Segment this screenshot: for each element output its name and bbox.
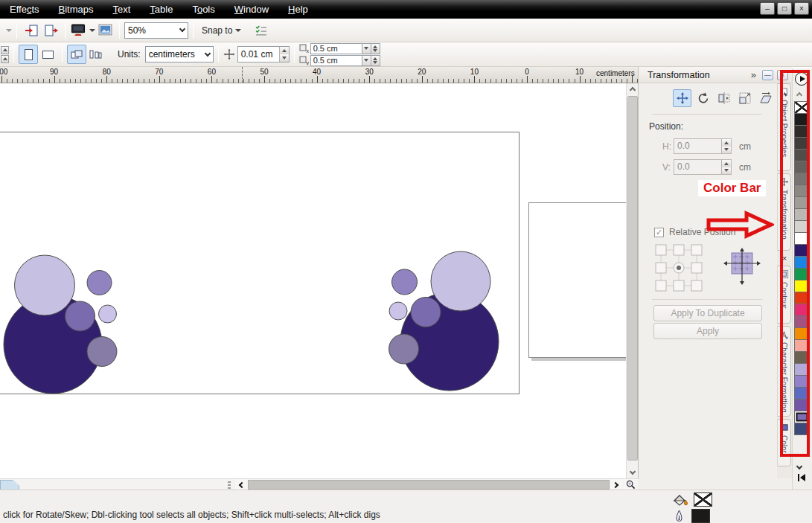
- menu-item-help[interactable]: Help: [278, 1, 318, 17]
- h-position-spinner[interactable]: [721, 139, 731, 153]
- menu-item-bitmaps[interactable]: Bitmaps: [49, 1, 103, 17]
- tab-color[interactable]: Color: [777, 419, 791, 466]
- palette-scroll-up-icon[interactable]: [797, 89, 802, 100]
- menu-item-text[interactable]: Text: [103, 1, 140, 17]
- docker-tab-close-icon[interactable]: ×: [777, 253, 792, 263]
- nudge-spinner[interactable]: [279, 47, 289, 62]
- menu-item-tools[interactable]: Tools: [182, 1, 224, 17]
- docker-minimize-icon[interactable]: —: [762, 70, 773, 80]
- color-swatch-514e4a[interactable]: [794, 149, 810, 161]
- circle-right-lavender-large[interactable]: [431, 251, 490, 311]
- scroll-right-button[interactable]: [610, 479, 622, 490]
- duplicate-x-dropdown[interactable]: [362, 43, 371, 54]
- circle-left-purple-top[interactable]: [87, 271, 112, 295]
- close-icon[interactable]: ×: [794, 2, 809, 15]
- duplicate-x-field[interactable]: 0.5 cm: [310, 43, 362, 54]
- anchor-point-grid[interactable]: [652, 242, 706, 294]
- splitter-handle[interactable]: [228, 481, 231, 489]
- outline-color-indicator[interactable]: [674, 509, 710, 523]
- horizontal-scroll-thumb[interactable]: [248, 480, 610, 490]
- minimize-icon[interactable]: –: [760, 2, 775, 15]
- restore-icon[interactable]: □: [777, 2, 792, 15]
- scroll-down-button[interactable]: [627, 467, 639, 478]
- color-swatch-8b8783[interactable]: [794, 185, 810, 197]
- color-swatch-1c1c1c[interactable]: [794, 113, 810, 126]
- palette-expand-icon[interactable]: [796, 472, 808, 483]
- circle-right-purple-top[interactable]: [392, 269, 418, 295]
- color-swatch-ffffff[interactable]: [794, 232, 810, 245]
- color-swatch-b3aada[interactable]: [794, 363, 810, 376]
- duplicate-y-dropdown[interactable]: [362, 55, 371, 66]
- v-position-field[interactable]: 0.0: [674, 159, 732, 175]
- position-tool-button[interactable]: [673, 89, 691, 107]
- color-swatch-d5d3d0[interactable]: [794, 220, 810, 233]
- color-swatch-12994d[interactable]: [794, 268, 810, 280]
- color-swatch-bcb9b5[interactable]: [794, 208, 810, 221]
- nudge-offset-field[interactable]: 0.01 cm: [237, 46, 290, 62]
- export-button[interactable]: [41, 21, 60, 40]
- apply-button[interactable]: Apply: [653, 323, 762, 339]
- scale-mirror-tool-button[interactable]: [715, 89, 733, 107]
- color-swatch-f08d00[interactable]: [794, 327, 810, 340]
- tab-contour[interactable]: Contour: [777, 266, 791, 324]
- welcome-screen-button[interactable]: [95, 21, 115, 40]
- color-swatch-7d6db3[interactable]: [794, 411, 810, 423]
- color-swatch-a09d99[interactable]: [794, 196, 810, 209]
- color-swatch-none[interactable]: [794, 101, 810, 114]
- fill-color-indicator[interactable]: [672, 492, 712, 507]
- drawing-canvas[interactable]: [0, 83, 626, 478]
- color-swatch-2b1969[interactable]: [794, 244, 810, 257]
- horizontal-ruler[interactable]: 100908070605040302010010 centimeters: [0, 67, 638, 83]
- facing-pages-button[interactable]: [86, 45, 106, 64]
- color-swatch-64605c[interactable]: [794, 161, 810, 173]
- color-swatch-3f3c39[interactable]: [794, 137, 810, 150]
- import-button[interactable]: [22, 21, 41, 40]
- navigator-magnifier-icon[interactable]: [624, 479, 637, 490]
- color-swatch-e23911[interactable]: [794, 292, 810, 304]
- toolbar-overflow-icon[interactable]: [6, 29, 12, 32]
- color-swatch-5a6bc1[interactable]: [794, 387, 810, 400]
- color-swatch-9181c8[interactable]: [794, 375, 810, 388]
- tab-object-properties[interactable]: Object Properties: [777, 83, 791, 171]
- page-navigator-tab[interactable]: [0, 480, 19, 490]
- palette-scroll-down-icon[interactable]: [797, 461, 802, 471]
- docker-close-icon[interactable]: ×: [777, 70, 788, 80]
- circle-right-slate-mid[interactable]: [411, 298, 441, 327]
- v-position-spinner[interactable]: [721, 160, 731, 174]
- circle-right-pale-small[interactable]: [389, 302, 407, 320]
- circle-left-gray-bottom[interactable]: [87, 337, 117, 367]
- cutoff-spinner[interactable]: [1, 46, 9, 63]
- color-swatch-e22d70[interactable]: [794, 304, 810, 316]
- color-swatch-7355a6[interactable]: [794, 399, 810, 411]
- menu-item-window[interactable]: Window: [225, 1, 278, 17]
- color-palette-flyout-icon[interactable]: [795, 72, 808, 86]
- circle-right-gray-bottom[interactable]: [389, 334, 419, 364]
- apply-to-duplicate-button[interactable]: Apply To Duplicate: [653, 305, 762, 321]
- color-swatch-f7a89d[interactable]: [794, 339, 810, 352]
- color-swatch-1886e2[interactable]: [794, 256, 810, 269]
- circle-left-lavender-large[interactable]: [15, 255, 75, 315]
- landscape-button[interactable]: [38, 45, 57, 64]
- all-pages-button[interactable]: [67, 45, 86, 64]
- units-select[interactable]: centimeters: [145, 46, 214, 62]
- duplicate-y-spinner[interactable]: [371, 55, 380, 66]
- circle-left-pale-small[interactable]: [99, 305, 117, 323]
- color-swatch-a25380[interactable]: [794, 315, 810, 328]
- horizontal-scrollbar[interactable]: [0, 478, 639, 490]
- portrait-button[interactable]: [19, 45, 38, 64]
- rotate-tool-button[interactable]: [694, 89, 712, 107]
- h-position-field[interactable]: 0.0: [674, 138, 732, 154]
- color-swatch-fdf802[interactable]: [794, 280, 810, 292]
- size-tool-button[interactable]: [735, 89, 754, 107]
- color-swatch-3c4a79[interactable]: [794, 423, 810, 435]
- color-swatch-777370[interactable]: [794, 173, 810, 185]
- menu-item-effects[interactable]: Effects: [0, 1, 49, 17]
- vertical-scroll-thumb[interactable]: [627, 96, 638, 461]
- snap-to-dropdown[interactable]: Snap to: [198, 21, 245, 40]
- docker-expand-icon[interactable]: »: [751, 69, 756, 80]
- color-swatch-6c6051[interactable]: [794, 351, 810, 364]
- color-swatch-2e2b28[interactable]: [794, 125, 810, 138]
- options-button[interactable]: [251, 21, 270, 40]
- skew-tool-button[interactable]: [756, 89, 775, 107]
- tab-transformation[interactable]: Transformation: [777, 173, 791, 251]
